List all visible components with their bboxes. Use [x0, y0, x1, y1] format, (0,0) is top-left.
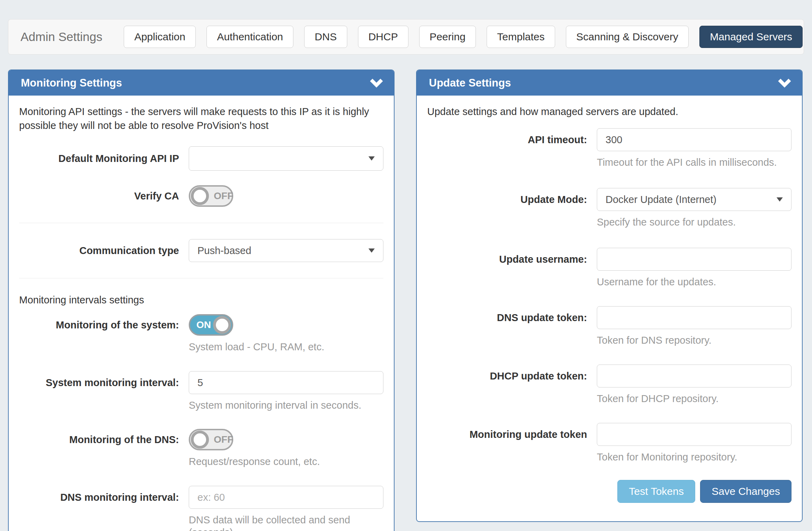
admin-settings-toolbar: Admin Settings Application Authenticatio… [8, 19, 804, 55]
default-api-ip-label: Default Monitoring API IP [19, 152, 179, 165]
tab-dhcp[interactable]: DHCP [358, 26, 408, 48]
monitoring-intervals-section-label: Monitoring intervals settings [19, 294, 383, 306]
update-mode-value: Docker Update (Internet) [606, 194, 772, 205]
api-timeout-label: API timeout: [427, 133, 587, 146]
communication-type-value: Push-based [197, 245, 364, 256]
dns-interval-label: DNS monitoring interval: [19, 491, 179, 504]
dhcp-token-row: DHCP update token: Token for DHCP reposi… [427, 365, 791, 405]
monitoring-dns-row: Monitoring of the DNS: OFF Request/respo… [19, 429, 383, 468]
monitoring-system-row: Monitoring of the system: ON System load… [19, 314, 383, 353]
dhcp-token-help: Token for DHCP repository. [597, 392, 791, 405]
caret-down-icon [368, 248, 375, 253]
chevron-down-icon [778, 79, 791, 88]
verify-ca-toggle[interactable]: OFF [189, 185, 233, 207]
communication-type-row: Communication type Push-based [19, 239, 383, 262]
default-api-ip-row: Default Monitoring API IP [19, 146, 383, 171]
api-timeout-help: Timeout for the API calls in millisecond… [597, 156, 791, 169]
dhcp-token-label: DHCP update token: [427, 370, 587, 382]
update-settings-title: Update Settings [429, 77, 778, 89]
update-settings-panel: Update Settings Update settings and how … [416, 70, 803, 522]
monitoring-settings-title: Monitoring Settings [21, 77, 370, 89]
monitoring-system-toggle[interactable]: ON [189, 314, 233, 336]
dns-token-row: DNS update token: Token for DNS reposito… [427, 306, 791, 346]
dhcp-token-input[interactable] [597, 365, 791, 387]
dns-token-input[interactable] [597, 306, 791, 329]
caret-down-icon [777, 197, 783, 202]
monitoring-token-row: Monitoring update token Token for Monito… [427, 423, 791, 463]
monitoring-token-input[interactable] [597, 423, 791, 446]
monitoring-token-help: Token for Monitoring repository. [597, 451, 791, 463]
api-timeout-row: API timeout: Timeout for the API calls i… [427, 128, 791, 169]
tab-dns[interactable]: DNS [304, 26, 347, 48]
toggle-knob [191, 431, 209, 449]
monitoring-system-label: Monitoring of the system: [19, 319, 179, 331]
toggle-knob [191, 187, 209, 205]
monitoring-dns-label: Monitoring of the DNS: [19, 433, 179, 446]
toggle-state-label: OFF [214, 190, 233, 202]
dns-interval-row: DNS monitoring interval: DNS data will b… [19, 486, 383, 531]
save-changes-button[interactable]: Save Changes [700, 480, 791, 503]
api-timeout-input[interactable] [597, 128, 791, 151]
update-mode-label: Update Mode: [427, 193, 587, 206]
dns-interval-help: DNS data will be collected and send (sec… [189, 514, 383, 531]
toggle-state-label: ON [196, 319, 211, 330]
update-description: Update settings and how managed servers … [427, 105, 791, 119]
caret-down-icon [368, 156, 375, 161]
update-username-help: Username for the updates. [597, 276, 791, 288]
dns-token-label: DNS update token: [427, 311, 587, 324]
default-api-ip-select[interactable] [189, 146, 383, 171]
monitoring-settings-panel: Monitoring Settings Monitoring API setti… [8, 70, 395, 531]
system-interval-label: System monitoring interval: [19, 376, 179, 389]
communication-type-label: Communication type [19, 244, 179, 257]
test-tokens-button[interactable]: Test Tokens [617, 480, 695, 503]
update-mode-row: Update Mode: Docker Update (Internet) Sp… [427, 188, 791, 228]
chevron-down-icon [370, 79, 383, 88]
system-interval-help: System monitoring interval in seconds. [189, 399, 383, 411]
tab-application[interactable]: Application [124, 26, 196, 48]
tab-managed-servers[interactable]: Managed Servers [699, 26, 803, 48]
dns-interval-input[interactable] [189, 486, 383, 509]
update-username-input[interactable] [597, 248, 791, 271]
admin-settings-page: Admin Settings Application Authenticatio… [0, 0, 812, 531]
tab-scanning-discovery[interactable]: Scanning & Discovery [566, 26, 689, 48]
verify-ca-row: Verify CA OFF [19, 185, 383, 207]
monitoring-description: Monitoring API settings - the servers wi… [19, 105, 383, 132]
settings-tabs: Application Authentication DNS DHCP Peer… [124, 26, 803, 48]
divider [19, 223, 383, 223]
toggle-knob [213, 316, 231, 334]
update-settings-body: Update settings and how managed servers … [417, 105, 802, 503]
monitoring-dns-help: Request/response count, etc. [189, 455, 383, 468]
update-username-row: Update username: Username for the update… [427, 248, 791, 288]
update-mode-select[interactable]: Docker Update (Internet) [597, 188, 791, 211]
toggle-state-label: OFF [214, 434, 233, 445]
tab-authentication[interactable]: Authentication [206, 26, 293, 48]
tab-peering[interactable]: Peering [419, 26, 476, 48]
page-title: Admin Settings [21, 30, 102, 44]
monitoring-dns-toggle[interactable]: OFF [189, 429, 233, 450]
system-interval-row: System monitoring interval: System monit… [19, 371, 383, 411]
monitoring-token-label: Monitoring update token [427, 428, 587, 441]
divider [19, 278, 383, 278]
update-settings-header: Update Settings [417, 70, 802, 96]
communication-type-select[interactable]: Push-based [189, 239, 383, 262]
dns-token-help: Token for DNS repository. [597, 334, 791, 346]
system-interval-input[interactable] [189, 371, 383, 394]
collapse-button[interactable] [370, 76, 383, 90]
verify-ca-label: Verify CA [19, 190, 179, 202]
update-settings-actions: Test Tokens Save Changes [427, 480, 791, 503]
tab-templates[interactable]: Templates [487, 26, 555, 48]
collapse-button[interactable] [778, 76, 791, 90]
update-username-label: Update username: [427, 253, 587, 266]
monitoring-settings-body: Monitoring API settings - the servers wi… [9, 105, 394, 531]
monitoring-settings-header: Monitoring Settings [9, 70, 394, 96]
monitoring-system-help: System load - CPU, RAM, etc. [189, 341, 383, 353]
update-mode-help: Specify the source for updates. [597, 216, 791, 228]
